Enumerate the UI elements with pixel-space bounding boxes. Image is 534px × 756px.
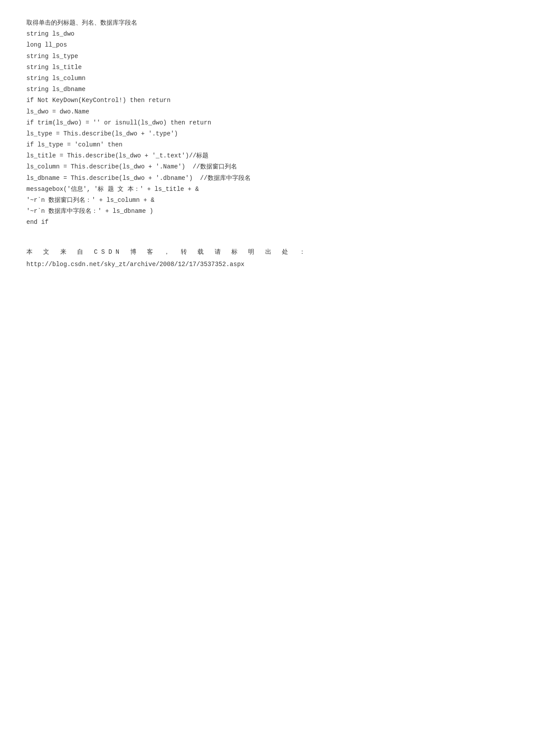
code-block: 取得单击的列标题、列名、数据库字段名 string ls_dwo long ll… [26,18,508,228]
footer-description: 本 文 来 自 CSDN 博 客 ， 转 载 请 标 明 出 处 ： [26,246,508,258]
code-line-12: ls_title = This.describe(ls_dwo + '_t.te… [26,150,508,161]
code-line-15: messagebox('信息', '标 题 文 本：' + ls_title +… [26,184,508,195]
code-line-18: end if [26,217,508,228]
code-line-10: ls_type = This.describe(ls_dwo + '.type'… [26,128,508,139]
code-line-2: long ll_pos [26,40,508,51]
code-line-4: string ls_title [26,62,508,73]
code-line-11: if ls_type = 'column' then [26,139,508,150]
comment-header: 取得单击的列标题、列名、数据库字段名 [26,18,508,29]
footer-section: 本 文 来 自 CSDN 博 客 ， 转 载 请 标 明 出 处 ： http:… [26,246,508,270]
code-line-13: ls_column = This.describe(ls_dwo + '.Nam… [26,161,508,172]
code-line-6: string ls_dbname [26,84,508,95]
code-line-7: if Not KeyDown(KeyControl!) then return [26,95,508,106]
code-line-1: string ls_dwo [26,29,508,40]
code-line-9: if trim(ls_dwo) = '' or isnull(ls_dwo) t… [26,117,508,128]
code-line-16: '~r`n 数据窗口列名：' + ls_column + & [26,195,508,206]
code-line-14: ls_dbname = This.describe(ls_dwo + '.dbn… [26,173,508,184]
code-line-17: '~r`n 数据库中字段名：' + ls_dbname ) [26,206,508,217]
code-line-3: string ls_type [26,51,508,62]
code-line-5: string ls_column [26,73,508,84]
footer-url: http://blog.csdn.net/sky_zt/archive/2008… [26,258,508,270]
code-line-8: ls_dwo = dwo.Name [26,106,508,117]
